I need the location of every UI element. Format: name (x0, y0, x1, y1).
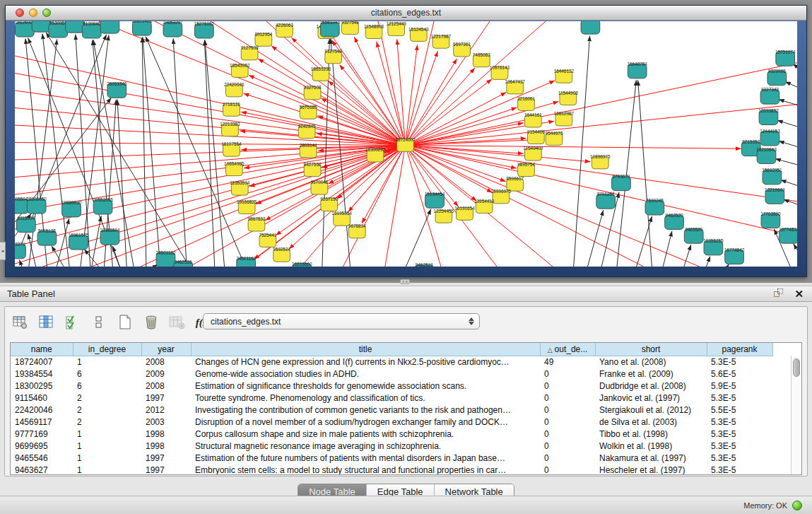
graph-node-label: 7485083 (473, 52, 490, 57)
graph-node-label: 28206050 (26, 197, 47, 201)
memory-status-label: Memory: OK (743, 501, 787, 510)
graph-node-label: 16561244 (320, 21, 341, 25)
graph-node-label: 8215953 (742, 139, 760, 144)
table-row[interactable]: 946362711997Embryonic stem cells: a mode… (11, 464, 772, 475)
float-panel-icon[interactable] (774, 288, 784, 299)
graph-node-label: 12125449 (386, 21, 406, 26)
graph-node-label: 12444153 (760, 129, 780, 134)
graph-node-label: 11548908 (364, 24, 384, 29)
graph-node-label: 8912954 (254, 32, 272, 37)
graph-node-label: 1644161 (524, 112, 542, 117)
graph-node-label: 6697361 (453, 42, 471, 47)
table-panel-title: Table Panel (0, 288, 774, 299)
table-vertical-scrollbar[interactable] (791, 356, 801, 474)
graph-node-label: 16648784 (627, 62, 647, 66)
graph-node-label: 8791257 (597, 192, 615, 197)
graph-node-label: 9242845 (298, 124, 316, 129)
minimize-window-icon[interactable] (29, 8, 37, 17)
graph-node-label: 16774810 (779, 227, 797, 232)
column-header-short[interactable]: short (595, 343, 707, 356)
table-row[interactable]: 946554611997Estimation of the future num… (11, 452, 772, 464)
graph-node-label: 9327508 (304, 85, 322, 90)
graph-node-label: 16774842 (724, 247, 745, 252)
graph-node-label: 22420046 (224, 82, 245, 87)
graph-node-label: 16203660 (292, 262, 312, 267)
table-row[interactable]: 911546021997Tourette syndrome. Phenomeno… (11, 392, 772, 404)
delete-table-icon[interactable] (141, 313, 161, 332)
graph-node-label: 9462520 (666, 213, 683, 218)
graph-node-label: 9592524 (273, 247, 290, 252)
table-row[interactable]: 1456911722003Disruption of a novel membe… (11, 416, 772, 428)
scrollbar-thumb[interactable] (793, 358, 800, 377)
node-table: namein_degreeyeartitle△out_de...shortpag… (10, 342, 802, 475)
graph-node[interactable] (66, 21, 85, 33)
graph-node-label: 9327548 (341, 21, 359, 25)
graph-node-label: 12210649 (765, 187, 785, 192)
zoom-window-icon[interactable] (42, 8, 51, 17)
selection-mode-icon[interactable] (63, 313, 83, 332)
graph-node[interactable] (100, 21, 119, 33)
column-header-name[interactable]: name (11, 343, 73, 356)
graph-node-label: 18300295 (365, 147, 386, 152)
graph-node-label: 24501160 (236, 256, 256, 261)
graph-node-label: 16446122 (554, 69, 575, 74)
graph-node-label: 16107554 (221, 141, 242, 146)
graph-node-label: 12217987 (431, 34, 452, 39)
graph-node-label: 9544975 (546, 131, 563, 136)
import-table-icon (167, 313, 187, 332)
graph-node-label: 9678834 (348, 223, 366, 228)
network-view[interactable]: 1872400718300295422606389129549127508185… (15, 21, 797, 267)
graph-node-label: 9130846 (83, 21, 100, 26)
graph-node-label: 10955727 (100, 21, 120, 22)
graph-node-label: 7699245 (646, 198, 664, 203)
network-window[interactable]: citations_edges.txt 18724007183002954226… (5, 5, 807, 277)
graph-node-label: 3216061 (517, 96, 535, 101)
column-header-out_de[interactable]: △out_de... (540, 343, 595, 356)
graph-node-label: 9329966 (768, 69, 786, 74)
close-window-icon[interactable] (16, 8, 24, 17)
table-row[interactable]: 977716911998Corpus callosum shape and si… (11, 428, 772, 440)
column-header-year[interactable]: year (141, 343, 191, 356)
show-columns-icon[interactable] (37, 313, 57, 332)
column-header-title[interactable]: title (191, 343, 540, 356)
graph-node[interactable] (581, 21, 600, 34)
modify-table-icon[interactable] (11, 313, 30, 332)
graph-node-label: 9170046 (310, 180, 328, 185)
table-header-row[interactable]: namein_degreeyeartitle△out_de...shortpag… (11, 343, 772, 356)
graph-node-label: 17703590 (760, 211, 781, 216)
graph-node-label: 28053346 (107, 81, 127, 86)
west-panel-collapse-handle[interactable]: ◂ (0, 242, 6, 260)
graph-node-label: 20553955 (93, 197, 113, 202)
graph-node-label: 19654985 (224, 161, 245, 166)
close-panel-icon[interactable]: ✕ (794, 288, 804, 299)
graph-node-label: 16195354 (331, 211, 352, 216)
graph-node-label: 18138904 (580, 21, 601, 22)
graph-node[interactable] (32, 21, 51, 32)
row-height-icon[interactable] (89, 313, 109, 332)
graph-node-label: 9530955 (49, 21, 67, 25)
graph-node-label: 9127508 (241, 45, 259, 50)
panel-splitter-handle[interactable] (400, 279, 410, 284)
table-row[interactable]: 2242004622012Investigating the contribut… (11, 404, 772, 416)
graph-node-label: 18543982 (230, 63, 250, 68)
graph-node-label: 18724007 (395, 137, 416, 142)
table-row[interactable]: 1872400712008Changes of HCN gene express… (11, 356, 772, 368)
graph-node-label: 9465520 (685, 227, 702, 232)
table-panel-header: Table Panel ✕ (0, 286, 812, 302)
table-row[interactable]: 1938455462009Genome-wide association stu… (11, 368, 772, 380)
graph-node-label: 10976143 (490, 65, 510, 70)
table-row[interactable]: 1830029562008Estimation of significance … (11, 380, 772, 392)
create-table-icon[interactable] (115, 313, 135, 332)
graph-node-label: 16210643 (756, 147, 777, 152)
table-selector-dropdown[interactable]: citations_edges.txt (203, 313, 480, 329)
graph-node-label: 13954410 (474, 199, 495, 204)
graph-node-label: 16191654 (454, 206, 475, 211)
window-title: citations_edges.txt (6, 8, 806, 18)
column-header-pagerank[interactable]: pagerank (707, 343, 772, 356)
graph-node-label: 9895754 (517, 162, 535, 167)
graph-node-label: 19166825 (237, 199, 257, 204)
column-header-in_degree[interactable]: in_degree (73, 343, 141, 356)
table-row[interactable]: 969969511998Structural magnetic resonanc… (11, 440, 772, 452)
network-window-titlebar[interactable]: citations_edges.txt (6, 6, 806, 21)
graph-node-label: 4226063 (276, 23, 293, 28)
